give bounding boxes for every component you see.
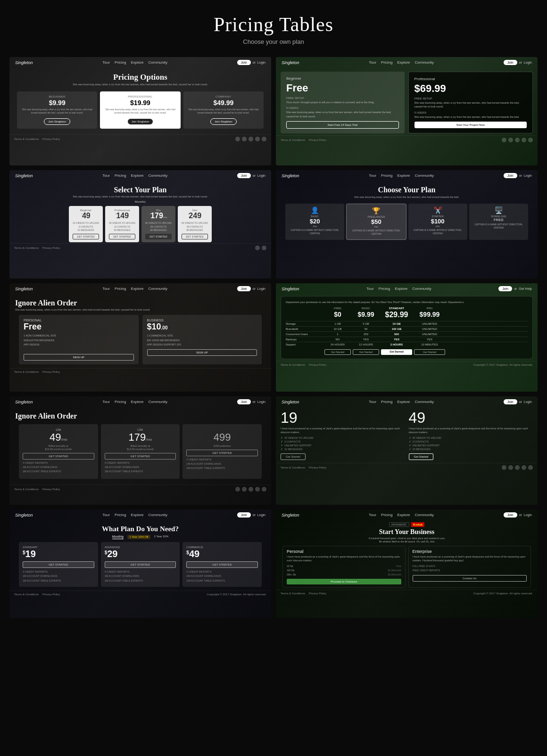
get-started-commerce-9[interactable]: GET STARTED xyxy=(186,561,258,568)
nav-community-3[interactable]: Community xyxy=(149,173,167,178)
nav-pricing-2[interactable]: Pricing xyxy=(381,60,392,65)
nav-community-2[interactable]: Community xyxy=(415,60,434,65)
join-btn-9[interactable]: Join xyxy=(237,512,251,518)
join-btn-8[interactable]: Join xyxy=(504,399,517,404)
card-free-pro: Singleton Tour Pricing Explore Community… xyxy=(276,57,538,165)
fb-icon-3 xyxy=(262,246,266,250)
privacy-link-1[interactable]: Privacy Policy xyxy=(42,138,60,140)
login-link-7[interactable]: Login xyxy=(257,400,265,403)
privacy-link-2[interactable]: Privacy Policy xyxy=(309,139,326,141)
start-project-btn-2[interactable]: Start Your Project Now xyxy=(414,122,527,128)
signup-business-5[interactable]: SIGN UP xyxy=(147,349,257,356)
privacy-link-10[interactable]: Privacy Policy xyxy=(309,592,326,595)
nav-pricing-3[interactable]: Pricing xyxy=(115,173,126,178)
join-btn-6[interactable]: Join xyxy=(498,286,512,291)
terms-link-8[interactable]: Terms & Conditions xyxy=(281,466,305,469)
join-btn-10[interactable]: Join xyxy=(504,512,517,518)
login-link-5[interactable]: Login xyxy=(257,287,265,290)
fb-icon-2 xyxy=(508,138,513,142)
btn-standart-6[interactable]: Get Started xyxy=(381,349,412,355)
privacy-link-3[interactable]: Privacy Policy xyxy=(42,247,60,249)
nav-tour-3[interactable]: Tour xyxy=(102,173,110,178)
login-link-8[interactable]: Login xyxy=(524,400,532,403)
join-btn-1[interactable]: Join xyxy=(237,60,251,65)
nav-community-5[interactable]: Community xyxy=(149,287,167,291)
login-link-3[interactable]: Login xyxy=(257,174,265,177)
nav-tour-2[interactable]: Tour xyxy=(369,60,376,65)
login-link-2[interactable]: Login xyxy=(524,61,532,64)
tab-monthly-9[interactable]: Monthly xyxy=(112,535,124,539)
terms-link-3[interactable]: Terms & Conditions xyxy=(14,247,39,249)
get-started-advanced-9[interactable]: GET STARTED xyxy=(105,561,176,568)
terms-link-6[interactable]: Terms & Conditions xyxy=(281,363,305,366)
join-btn-4[interactable]: Join xyxy=(504,173,517,178)
nav-community-4[interactable]: Community xyxy=(415,173,434,178)
login-link-4[interactable]: Login xyxy=(524,174,532,177)
email-icon-7 xyxy=(235,487,240,492)
tab-2year-9[interactable]: 2 Year 20% xyxy=(154,535,169,539)
join-btn-3[interactable]: Join xyxy=(237,173,251,178)
signup-personal-5[interactable]: SIGN UP xyxy=(24,354,134,361)
nav-pricing-4[interactable]: Pricing xyxy=(381,173,392,178)
help-link-6[interactable]: Get Help xyxy=(519,287,532,290)
nav-tour-5[interactable]: Tour xyxy=(102,287,110,291)
terms-link-7[interactable]: Terms & Conditions xyxy=(14,488,39,491)
tab-1year-9[interactable]: 1 Year 10% Off xyxy=(127,535,150,539)
plan-company-1: COMPANY $49.99 She was bouncing away, wh… xyxy=(183,91,264,129)
nav-explore-2[interactable]: Explore xyxy=(397,60,410,65)
nav-community-1[interactable]: Community xyxy=(149,60,167,65)
fb-icon-1 xyxy=(242,137,247,141)
get-started-19-8[interactable]: Get Started xyxy=(281,453,306,460)
contact-btn-10[interactable]: Contact Us xyxy=(413,575,527,582)
instamatic-badge: INSTAMATIC xyxy=(389,522,409,527)
nav-explore-5[interactable]: Explore xyxy=(131,287,143,291)
login-link-10[interactable]: Login xyxy=(524,513,532,517)
plan-standart-9: STANDART $19 GET STARTED 4 CREDIT REPORT… xyxy=(19,542,98,587)
login-link-9[interactable]: Login xyxy=(257,513,265,517)
plan-enterprise-10: Enterprise I have have produced as a sca… xyxy=(408,546,531,588)
terms-link-9[interactable]: Terms & Conditions xyxy=(14,593,39,596)
nav-pricing-5[interactable]: Pricing xyxy=(115,287,126,291)
row-backups-6: BackupsNOYESYESYES xyxy=(286,337,528,342)
join-btn-company-1[interactable]: Join Singleton xyxy=(210,118,237,125)
get-started-beginner-3[interactable]: GET STARTED xyxy=(73,234,99,239)
get-started-49-8[interactable]: Get Started xyxy=(409,453,434,460)
privacy-link-8[interactable]: Privacy Policy xyxy=(309,466,326,469)
nav-explore-1[interactable]: Explore xyxy=(131,60,143,65)
join-btn-beginner-1[interactable]: Join Singleton xyxy=(44,118,70,125)
get-started-499-7[interactable]: GET STARTED xyxy=(186,450,258,456)
nav-tour-4[interactable]: Tour xyxy=(369,173,376,178)
terms-link-1[interactable]: Terms & Conditions xyxy=(14,138,39,140)
join-btn-5[interactable]: Join xyxy=(237,286,251,291)
privacy-link-5[interactable]: Privacy Policy xyxy=(42,370,60,373)
privacy-link-7[interactable]: Privacy Policy xyxy=(42,488,60,491)
get-started-pro3[interactable]: GET STARTED xyxy=(145,234,172,239)
get-started-star-3[interactable]: GET STARTED xyxy=(182,234,208,239)
join-btn-2[interactable]: Join xyxy=(504,60,517,65)
checkout-btn-10[interactable]: Proceed to Checkout xyxy=(287,579,401,584)
card-start-business: Singleton Tour Pricing Explore Community… xyxy=(276,509,538,618)
btn-free-6[interactable]: Get Started xyxy=(324,349,351,355)
plan-beginner-1: BEGINNER $9.99 She was bouncing away, wh… xyxy=(17,91,97,129)
nav-tour-1[interactable]: Tour xyxy=(102,60,110,65)
nav-explore-4[interactable]: Explore xyxy=(397,173,410,178)
get-started-pro-3[interactable]: GET STARTED xyxy=(109,234,135,239)
nav-pricing-1[interactable]: Pricing xyxy=(115,60,126,65)
join-btn-7[interactable]: Join xyxy=(237,399,251,404)
free-trial-btn-2[interactable]: Start Free 14 Days Trial xyxy=(286,121,399,129)
terms-link-2[interactable]: Terms & Conditions xyxy=(281,139,305,141)
privacy-link-6[interactable]: Privacy Policy xyxy=(309,363,326,366)
nav-explore-3[interactable]: Explore xyxy=(131,173,143,178)
plan-commerce-9: COMMERCE $49 GET STARTED 4 CREDIT REPORT… xyxy=(182,542,262,587)
plan-beginner-3: Beginner '49 10 VIDEOS TO UPLOAD3 CONTAC… xyxy=(69,206,103,242)
join-btn-pro-1[interactable]: Join Singleton xyxy=(128,119,153,124)
get-started-lite-7[interactable]: GET STARTED xyxy=(23,453,94,460)
get-started-standart-9[interactable]: GET STARTED xyxy=(23,561,94,568)
terms-link-5[interactable]: Terms & Conditions xyxy=(14,370,39,373)
btn-basic-6[interactable]: Get Started xyxy=(353,349,379,355)
terms-link-10[interactable]: Terms & Conditions xyxy=(281,592,305,595)
login-link-1[interactable]: Login xyxy=(257,61,265,64)
get-started-lite2-7[interactable]: GET STARTED xyxy=(105,453,176,460)
privacy-link-9[interactable]: Privacy Policy xyxy=(42,593,60,596)
btn-pro-6[interactable]: Get Started xyxy=(414,349,445,355)
